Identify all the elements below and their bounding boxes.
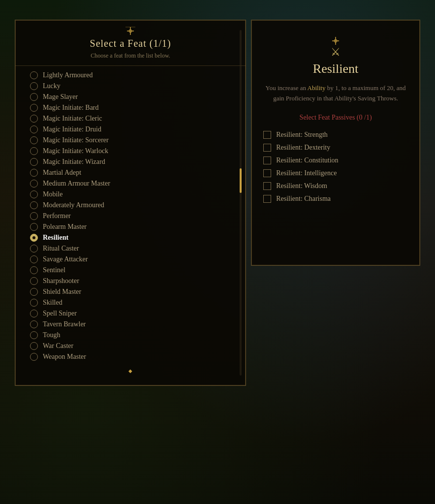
feat-label: Magic Initiate: Bard — [43, 104, 99, 112]
feat-radio — [30, 158, 38, 166]
feat-radio — [30, 126, 38, 133]
feat-label: Moderately Armoured — [43, 201, 104, 209]
desc-highlight1: Ability — [308, 84, 326, 92]
feat-item[interactable]: Mobile — [30, 189, 236, 200]
feat-radio — [30, 245, 38, 252]
feat-label: Magic Initiate: Wizard — [43, 158, 105, 166]
feat-item[interactable]: Weapon Master — [30, 351, 236, 362]
feat-item[interactable]: Magic Initiate: Warlock — [30, 146, 236, 157]
feat-radio — [30, 288, 38, 296]
feat-label: Polearm Master — [43, 223, 87, 231]
feat-label: Tough — [43, 331, 61, 339]
feat-radio — [30, 93, 38, 101]
feat-label: Mage Slayer — [43, 93, 78, 101]
panel-subtitle: Choose a feat from the list below. — [15, 52, 246, 66]
feat-item[interactable]: Sharpshooter — [30, 276, 236, 286]
feat-radio — [30, 266, 38, 274]
feat-item[interactable]: Ritual Caster — [30, 243, 236, 254]
feat-item[interactable]: Tavern Brawler — [30, 319, 236, 330]
feat-label: Magic Initiate: Warlock — [43, 147, 108, 155]
feat-radio — [30, 212, 38, 220]
right-top-ornament — [263, 30, 408, 46]
passive-item[interactable]: Resilient: Constitution — [263, 154, 408, 167]
feat-radio — [30, 320, 38, 328]
feat-detail-title: Resilient — [263, 62, 408, 76]
scrollbar-track[interactable] — [240, 30, 242, 376]
panel-title: Select a Feat (1/1) — [15, 36, 246, 52]
feat-item[interactable]: Medium Armour Master — [30, 178, 236, 189]
feat-list: Lightly ArmouredLuckyMage SlayerMagic In… — [15, 66, 246, 366]
passive-item[interactable]: Resilient: Dexterity — [263, 141, 408, 154]
feat-label: Magic Initiate: Druid — [43, 126, 101, 133]
passive-label: Resilient: Constitution — [276, 157, 338, 164]
feat-label: Sentinel — [43, 266, 65, 274]
feat-radio — [30, 104, 38, 112]
feat-selection-panel: Select a Feat (1/1) Choose a feat from t… — [15, 20, 246, 386]
feat-item[interactable]: Resilient — [30, 232, 236, 243]
feat-item[interactable]: Tough — [30, 330, 236, 341]
feat-item[interactable]: Savage Attacker — [30, 254, 236, 265]
feat-item[interactable]: Magic Initiate: Cleric — [30, 113, 236, 124]
feat-item[interactable]: Moderately Armoured — [30, 200, 236, 211]
feat-item[interactable]: Magic Initiate: Druid — [30, 124, 236, 135]
feat-radio — [30, 234, 38, 242]
feat-label: Weapon Master — [43, 353, 86, 361]
passive-checkbox — [263, 131, 271, 139]
feat-label: Resilient — [43, 234, 68, 242]
feat-label: Sharpshooter — [43, 277, 79, 285]
passive-label: Resilient: Charisma — [276, 195, 331, 203]
passive-item[interactable]: Resilient: Wisdom — [263, 180, 408, 192]
passive-item[interactable]: Resilient: Intelligence — [263, 167, 408, 180]
feat-label: Lightly Armoured — [43, 71, 93, 79]
feat-radio — [30, 255, 38, 263]
feat-radio — [30, 82, 38, 90]
feat-item[interactable]: Skilled — [30, 297, 236, 308]
passive-checkbox — [263, 144, 271, 152]
feat-label: Shield Master — [43, 288, 81, 296]
feat-item[interactable]: Mage Slayer — [30, 92, 236, 102]
feat-radio — [30, 147, 38, 155]
passive-label: Resilient: Strength — [276, 131, 328, 139]
feat-item[interactable]: Sentinel — [30, 265, 236, 276]
passive-label: Resilient: Dexterity — [276, 144, 330, 152]
feat-radio — [30, 223, 38, 231]
feat-label: Magic Initiate: Cleric — [43, 115, 102, 123]
passive-checkbox — [263, 182, 271, 190]
feat-radio — [30, 310, 38, 317]
passive-item[interactable]: Resilient: Charisma — [263, 192, 408, 205]
feat-item[interactable]: Martial Adept — [30, 167, 236, 178]
feat-label: Magic Initiate: Sorcerer — [43, 136, 109, 144]
feat-item[interactable]: Shield Master — [30, 286, 236, 297]
feat-radio — [30, 201, 38, 209]
feat-radio — [30, 180, 38, 188]
scrollbar-thumb[interactable] — [240, 168, 242, 193]
feat-item[interactable]: Lucky — [30, 81, 236, 92]
feat-description: You increase an Ability by 1, to a maxim… — [263, 83, 408, 104]
top-ornament — [15, 20, 246, 36]
passive-item[interactable]: Resilient: Strength — [263, 128, 408, 141]
feat-label: Savage Attacker — [43, 255, 88, 263]
feat-label: Medium Armour Master — [43, 180, 110, 188]
feat-label: War Caster — [43, 342, 73, 350]
feat-item[interactable]: Magic Initiate: Bard — [30, 102, 236, 113]
main-container: Select a Feat (1/1) Choose a feat from t… — [0, 0, 435, 504]
feat-item[interactable]: War Caster — [30, 341, 236, 351]
feat-label: Performer — [43, 212, 71, 220]
feat-item[interactable]: Polearm Master — [30, 221, 236, 232]
feat-radio — [30, 342, 38, 350]
feat-item[interactable]: Lightly Armoured — [30, 70, 236, 81]
feat-item[interactable]: Spell Sniper — [30, 308, 236, 319]
feat-radio — [30, 331, 38, 339]
feat-radio — [30, 115, 38, 123]
feat-label: Tavern Brawler — [43, 320, 86, 328]
feat-label: Ritual Caster — [43, 245, 79, 252]
feat-radio — [30, 190, 38, 198]
feat-label: Mobile — [43, 190, 62, 198]
passive-checkbox — [263, 169, 271, 177]
feat-label: Skilled — [43, 299, 62, 307]
feat-item[interactable]: Magic Initiate: Wizard — [30, 157, 236, 167]
feat-item[interactable]: Magic Initiate: Sorcerer — [30, 135, 236, 146]
passive-checkbox — [263, 195, 271, 203]
feat-label: Spell Sniper — [43, 310, 77, 317]
feat-item[interactable]: Performer — [30, 211, 236, 221]
